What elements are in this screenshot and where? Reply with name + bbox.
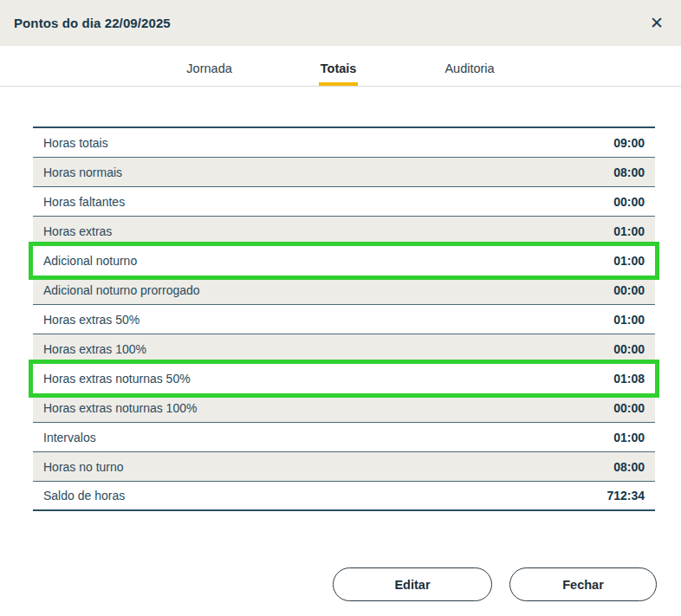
row-value: 01:00 xyxy=(613,313,645,327)
row-value: 01:00 xyxy=(613,431,645,444)
row-value: 00:00 xyxy=(613,342,645,356)
row-value: 712:34 xyxy=(606,489,645,503)
row-label: Horas extras 50% xyxy=(43,313,139,327)
footer-actions: Editar Fechar xyxy=(333,567,657,601)
row-label: Horas totais xyxy=(43,136,108,150)
row-label: Horas extras noturnas 50% xyxy=(43,372,191,386)
table-row: Horas totais09:00 xyxy=(33,128,655,158)
table-row: Horas extras noturnas 100%00:00 xyxy=(33,393,655,423)
row-label: Saldo de horas xyxy=(43,489,125,503)
row-value: 08:00 xyxy=(613,165,645,179)
row-label: Intervalos xyxy=(43,431,96,444)
row-value: 00:00 xyxy=(613,401,645,415)
table-row: Horas extras 100%00:00 xyxy=(33,334,655,364)
table-row: Adicional noturno prorrogado00:00 xyxy=(33,276,655,305)
row-value: 00:00 xyxy=(613,283,645,297)
table-row: Saldo de horas712:34 xyxy=(33,482,655,511)
tab-auditoria[interactable]: Auditoria xyxy=(443,62,496,86)
row-value: 01:00 xyxy=(613,224,645,238)
tab-bar: Jornada Totais Auditoria xyxy=(0,46,681,87)
table-row: Intervalos01:00 xyxy=(33,423,655,452)
table-row: Horas extras noturnas 50%01:08 xyxy=(33,364,655,393)
close-icon[interactable]: ✕ xyxy=(650,15,664,31)
row-label: Adicional noturno prorrogado xyxy=(43,283,200,297)
row-label: Adicional noturno xyxy=(43,254,137,268)
table-row: Horas extras 50%01:00 xyxy=(33,305,655,334)
row-label: Horas faltantes xyxy=(43,195,125,209)
fechar-button[interactable]: Fechar xyxy=(509,567,657,601)
row-label: Horas extras xyxy=(43,224,112,238)
row-value: 09:00 xyxy=(613,136,645,150)
dialog-header: Pontos do dia 22/09/2025 ✕ xyxy=(0,0,681,46)
table-row: Horas no turno08:00 xyxy=(33,452,655,482)
dialog-title: Pontos do dia 22/09/2025 xyxy=(14,16,171,30)
row-value: 01:00 xyxy=(613,254,645,268)
row-value: 01:08 xyxy=(613,372,645,386)
row-value: 08:00 xyxy=(613,460,645,474)
row-label: Horas no turno xyxy=(43,460,124,474)
row-label: Horas extras 100% xyxy=(43,342,146,356)
row-label: Horas normais xyxy=(43,165,122,179)
tab-jornada[interactable]: Jornada xyxy=(185,62,233,86)
tab-totais[interactable]: Totais xyxy=(319,62,359,86)
table-row: Horas normais08:00 xyxy=(33,158,655,187)
editar-button[interactable]: Editar xyxy=(333,567,492,601)
table-row: Horas extras01:00 xyxy=(33,217,655,246)
row-label: Horas extras noturnas 100% xyxy=(43,401,197,415)
table-row: Horas faltantes00:00 xyxy=(33,187,655,217)
totals-table: Horas totais09:00Horas normais08:00Horas… xyxy=(33,126,655,511)
table-row: Adicional noturno01:00 xyxy=(33,246,655,276)
row-value: 00:00 xyxy=(613,195,645,209)
